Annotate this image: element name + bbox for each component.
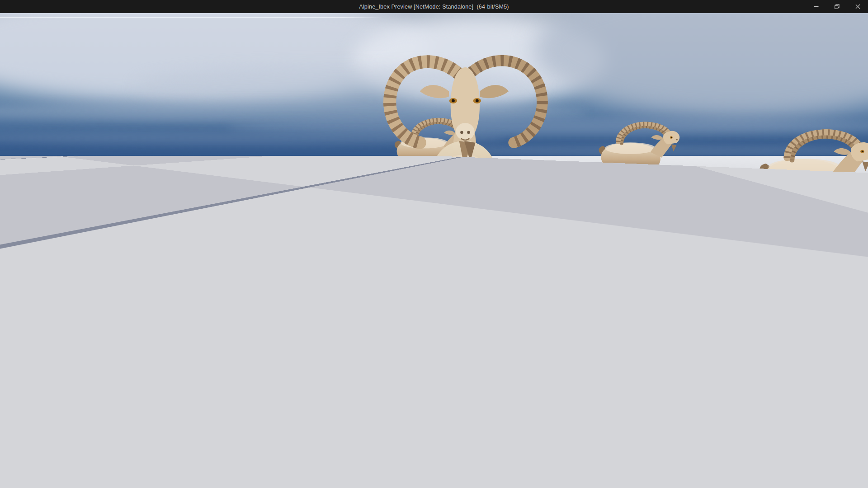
close-button[interactable] [847, 0, 868, 13]
app-window: Alpine_Ibex Preview [NetMode: Standalone… [0, 0, 868, 488]
viewport-top-line [0, 17, 382, 18]
minimize-icon [814, 4, 819, 9]
restore-button[interactable] [826, 0, 847, 13]
restore-icon [835, 4, 840, 9]
close-icon [855, 4, 860, 9]
cloud [136, 66, 542, 107]
cloud [533, 13, 868, 117]
cloud [407, 145, 868, 157]
title-bar[interactable]: Alpine_Ibex Preview [NetMode: Standalone… [0, 0, 868, 13]
window-controls [806, 0, 868, 13]
cloud [0, 131, 506, 145]
minimize-button[interactable] [806, 0, 826, 13]
sky [0, 13, 868, 156]
game-viewport[interactable] [0, 13, 868, 488]
floor [0, 156, 868, 488]
window-title: Alpine_Ibex Preview [NetMode: Standalone… [359, 4, 509, 10]
